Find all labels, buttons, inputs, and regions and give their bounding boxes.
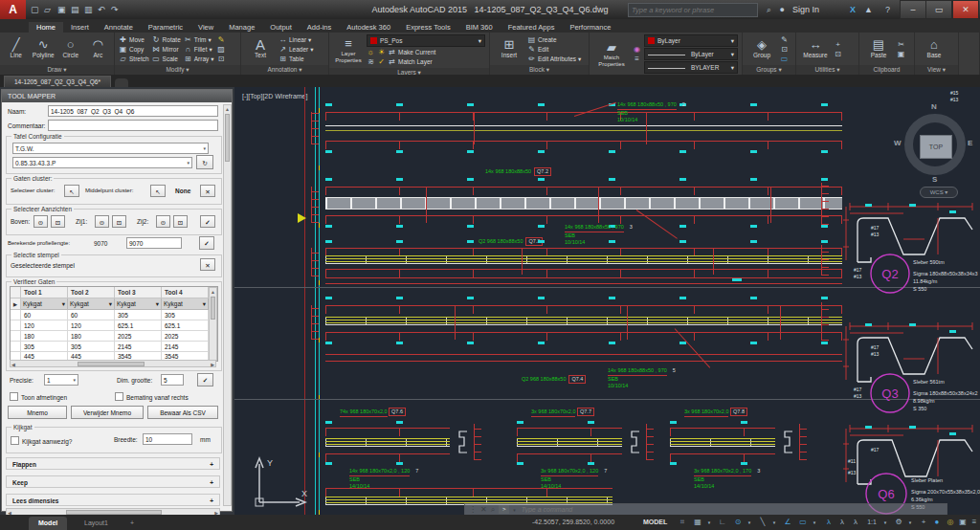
snap-icon[interactable]: ⌗ bbox=[676, 515, 689, 530]
cell[interactable]: 60 bbox=[68, 310, 115, 320]
model-space-indicator[interactable]: MODEL bbox=[643, 515, 667, 530]
kijkgat-aanwezig-checkbox[interactable]: Kijkgat aanwezig? bbox=[11, 436, 72, 445]
tab-output[interactable]: Output bbox=[262, 22, 300, 33]
annotation-scale-value[interactable]: 1:1 bbox=[863, 515, 880, 530]
viewcube-top-face[interactable]: TOP bbox=[920, 135, 952, 159]
quick-calc-icon[interactable]: ⊡ bbox=[834, 50, 842, 58]
a360-icon[interactable]: ▲ bbox=[864, 0, 873, 19]
cell[interactable]: 180 bbox=[21, 331, 68, 342]
beam-elevation[interactable] bbox=[670, 438, 775, 447]
panel-label-annotation[interactable]: Annotation ▾ bbox=[241, 65, 328, 75]
col-header[interactable]: Tool 4 bbox=[162, 287, 209, 298]
tab-bim360[interactable]: BIM 360 bbox=[458, 22, 501, 33]
commentaar-input[interactable] bbox=[48, 120, 218, 131]
scale-button[interactable]: ▭Scale bbox=[152, 55, 181, 63]
chevron-down-icon[interactable]: ▾ bbox=[810, 515, 819, 530]
object-color-select[interactable]: ByLayer▾ bbox=[644, 34, 738, 47]
trim-button[interactable]: ✂Trim ▾ bbox=[184, 35, 214, 44]
clean-screen-icon[interactable]: ▣ bbox=[957, 515, 969, 530]
table-hscrollbar[interactable]: ◀ ▶ bbox=[10, 360, 216, 367]
chevron-down-icon[interactable]: ▾ bbox=[513, 507, 516, 513]
search-icon[interactable]: ⌕ bbox=[767, 0, 771, 19]
tab-annotate[interactable]: Annotate bbox=[97, 22, 141, 33]
annotation-monitor-icon[interactable]: + bbox=[917, 515, 930, 530]
panel-label-groups[interactable]: Groups ▾ bbox=[743, 65, 795, 75]
drawing-canvas[interactable]: [-][Top][2D Wireframe] 14x 968 180x88x50… bbox=[234, 87, 980, 515]
leader-button[interactable]: ↗Leader ▾ bbox=[278, 45, 314, 54]
customization-menu-icon[interactable]: ≡ bbox=[969, 515, 980, 530]
cell[interactable]: 305 bbox=[21, 342, 68, 352]
grip-icon[interactable]: ⋮ bbox=[469, 505, 477, 514]
array-button[interactable]: ⊞Array ▾ bbox=[184, 55, 214, 63]
circle-button[interactable]: ○Circle bbox=[58, 34, 83, 63]
beam-elevation[interactable] bbox=[517, 438, 622, 447]
tafel-select-1[interactable]: T.G.W.▾ bbox=[12, 143, 209, 154]
viewport-controls[interactable]: [-][Top][2D Wireframe] bbox=[242, 93, 307, 99]
autoscale-icon[interactable]: λ bbox=[836, 515, 848, 530]
minimize-button[interactable]: – bbox=[900, 0, 926, 19]
hatch-icon[interactable]: ▨ bbox=[217, 45, 226, 54]
tab-featured-apps[interactable]: Featured Apps bbox=[501, 22, 563, 33]
zij2-pick-button[interactable]: ⊙ bbox=[156, 215, 170, 228]
col-header[interactable]: Tool 3 bbox=[115, 287, 162, 298]
profile-id[interactable]: Q6 bbox=[878, 487, 894, 501]
panel-label-clipboard[interactable]: Clipboard bbox=[859, 65, 914, 75]
linear-button[interactable]: ↔Linear ▾ bbox=[278, 35, 314, 44]
move-button[interactable]: ✚Move bbox=[119, 35, 149, 44]
ungroup-icon[interactable]: ✎ bbox=[780, 35, 789, 44]
chevron-down-icon[interactable]: ▾ bbox=[704, 515, 714, 530]
stretch-button[interactable]: ▱Stretch bbox=[119, 55, 149, 63]
insert-button[interactable]: ⊞Insert bbox=[494, 34, 524, 63]
workspace-gear-icon[interactable]: ⚙ bbox=[892, 515, 905, 530]
beam-elevation[interactable] bbox=[325, 125, 842, 131]
flappen-section[interactable]: Flappen+ bbox=[6, 457, 220, 470]
help-search-input[interactable] bbox=[628, 3, 758, 17]
beam-elevation[interactable] bbox=[325, 197, 842, 210]
cell[interactable]: 120 bbox=[21, 320, 68, 331]
text-button[interactable]: AText bbox=[245, 34, 276, 63]
color-wheel-icon[interactable]: ◉≡ bbox=[633, 34, 641, 74]
confirm-dim-button[interactable]: ✓ bbox=[197, 373, 213, 386]
select-cluster-button[interactable]: ↖ bbox=[64, 185, 79, 197]
bemating-checkbox[interactable]: Bemating vanaf rechts bbox=[115, 392, 189, 401]
panel-label-block[interactable]: Block ▾ bbox=[490, 65, 589, 75]
isolate-objects-icon[interactable]: ◎ bbox=[944, 515, 957, 530]
tab-autodesk360[interactable]: Autodesk 360 bbox=[339, 22, 398, 33]
measure-button[interactable]: ↔Measure bbox=[800, 34, 831, 63]
toon-afmetingen-checkbox[interactable]: Toon afmetingen bbox=[10, 392, 67, 401]
panel-label-draw[interactable]: Draw ▾ bbox=[0, 65, 114, 75]
cell[interactable]: 305 bbox=[115, 310, 162, 320]
layer-select[interactable]: PS_Pos▾ bbox=[367, 34, 485, 47]
exchange-icon[interactable]: X bbox=[850, 0, 856, 19]
confirm-length-button[interactable]: ✓ bbox=[199, 236, 214, 250]
tab-addins[interactable]: Add-ins bbox=[300, 22, 339, 33]
isodraft-icon[interactable]: ╲ bbox=[756, 515, 769, 530]
tafel-select-2[interactable]: 0.85.33.43.3.P▾ bbox=[12, 157, 192, 168]
create-block-button[interactable]: ▤Create bbox=[527, 35, 581, 44]
model-tab[interactable]: Model bbox=[29, 517, 67, 530]
tool3-type-select[interactable]: Kykgat▾ bbox=[115, 298, 162, 310]
cell[interactable]: 305 bbox=[162, 310, 209, 320]
arc-button[interactable]: ◠Arc bbox=[86, 34, 111, 63]
group-button[interactable]: ◈Group bbox=[746, 34, 777, 63]
viewcube-east[interactable]: E bbox=[968, 139, 972, 147]
line-button[interactable]: ╱Line bbox=[4, 34, 29, 63]
tab-manage[interactable]: Manage bbox=[221, 22, 262, 33]
panel-label-modify[interactable]: Modify ▾ bbox=[115, 65, 240, 75]
keep-section[interactable]: Keep+ bbox=[6, 475, 220, 488]
dim-grootte-input[interactable] bbox=[161, 374, 184, 386]
quick-select-icon[interactable]: + bbox=[834, 40, 842, 49]
command-input[interactable] bbox=[520, 505, 943, 514]
table-vscrollbar[interactable]: ▲ bbox=[209, 287, 217, 361]
beam-elevation[interactable] bbox=[325, 317, 842, 325]
cell[interactable]: 2145 bbox=[115, 342, 162, 352]
tab-express-tools[interactable]: Express Tools bbox=[398, 22, 458, 33]
maximize-button[interactable]: ▭ bbox=[925, 0, 952, 19]
sign-in-button[interactable]: Sign In bbox=[792, 0, 819, 19]
tab-view[interactable]: View bbox=[190, 22, 221, 33]
wcs-selector[interactable]: WCS ▾ bbox=[920, 187, 958, 198]
command-line[interactable]: ⋮ ✕ ⌕ > ▾ bbox=[464, 503, 947, 515]
clear-stempel-button[interactable]: ✕ bbox=[200, 258, 215, 271]
document-tab[interactable]: 14-1205_087_Q2_Q3_Q4_Q6* bbox=[4, 76, 111, 87]
table-button[interactable]: ⊞Table bbox=[278, 55, 314, 63]
